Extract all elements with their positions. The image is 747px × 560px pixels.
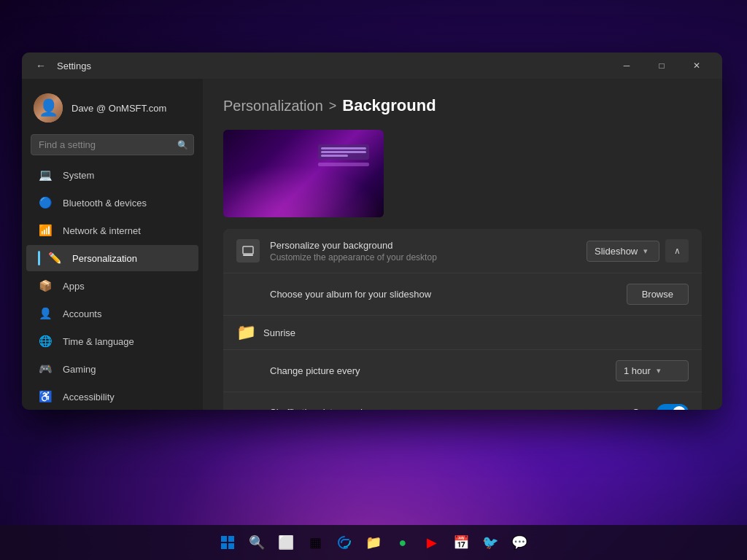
- sidebar-item-label: Time & language: [63, 336, 134, 347]
- breadcrumb-separator: >: [329, 98, 337, 114]
- background-mode-dropdown[interactable]: Slideshow ▾: [587, 241, 659, 262]
- sidebar-item-label: Bluetooth & devices: [63, 198, 147, 209]
- window-controls: ─ □ ✕: [610, 54, 713, 77]
- sidebar: 👤 Dave @ OnMSFT.com 🔍 💻 System 🔵 Bluetoo…: [22, 79, 203, 410]
- sidebar-item-system[interactable]: 💻 System: [26, 162, 198, 188]
- shuffle-toggle[interactable]: [657, 404, 689, 411]
- change-picture-label: Change picture every: [270, 365, 616, 376]
- sidebar-item-time[interactable]: 🌐 Time & language: [26, 328, 198, 354]
- teams-taskbar-icon[interactable]: 💬: [506, 529, 533, 556]
- accessibility-icon: ♿: [38, 389, 53, 404]
- twitter-taskbar-icon[interactable]: 🐦: [477, 529, 503, 556]
- sidebar-item-label: Apps: [63, 281, 85, 292]
- change-picture-row: Change picture every 1 hour ▾: [223, 350, 702, 392]
- youtube-taskbar-icon[interactable]: ▶: [419, 529, 445, 556]
- window-title: Settings: [57, 61, 91, 71]
- window-body: 👤 Dave @ OnMSFT.com 🔍 💻 System 🔵 Bluetoo…: [22, 79, 722, 410]
- sidebar-item-label: System: [63, 170, 94, 181]
- maximize-button[interactable]: □: [645, 54, 678, 77]
- gaming-icon: 🎮: [38, 362, 53, 376]
- sidebar-item-label: Personalization: [72, 253, 137, 264]
- folder-icon: 📁: [236, 323, 256, 342]
- back-button[interactable]: ←: [31, 55, 51, 76]
- change-picture-dropdown[interactable]: 1 hour ▾: [616, 360, 689, 381]
- background-mode-value: Slideshow: [595, 246, 638, 257]
- taskbar: 🔍 ⬜ ▦ 📁 ● ▶ 📅 🐦 💬: [0, 525, 747, 560]
- sidebar-item-label: Network & internet: [63, 225, 141, 236]
- background-mode-row: Personalize your background Customize th…: [223, 229, 702, 273]
- search-input[interactable]: [31, 134, 194, 155]
- background-mode-icon: [236, 239, 260, 262]
- album-label: Choose your album for your slideshow: [270, 289, 627, 300]
- widgets-taskbar-icon[interactable]: ▦: [302, 529, 328, 556]
- svg-rect-4: [221, 543, 227, 549]
- breadcrumb-current: Background: [342, 96, 436, 115]
- background-mode-label: Personalize your background: [270, 240, 587, 251]
- sidebar-item-network[interactable]: 📶 Network & internet: [26, 217, 198, 244]
- search-box: 🔍: [31, 134, 194, 155]
- main-content: Personalization > Background: [203, 79, 722, 410]
- settings-panel: Personalize your background Customize th…: [223, 229, 702, 410]
- bluetooth-icon: 🔵: [38, 195, 53, 210]
- sidebar-item-accounts[interactable]: 👤 Accounts: [26, 300, 198, 327]
- settings-window: ← Settings ─ □ ✕ 👤 Dave @ OnMSFT.com 🔍: [22, 52, 722, 410]
- shuffle-row: Shuffle the picture order On: [223, 392, 702, 410]
- svg-rect-5: [228, 543, 234, 549]
- system-icon: 💻: [38, 168, 53, 182]
- dropdown-chevron-icon: ▾: [657, 366, 661, 376]
- svg-rect-3: [228, 536, 234, 542]
- album-row: Choose your album for your slideshow Bro…: [223, 273, 702, 316]
- svg-rect-1: [243, 254, 253, 256]
- search-icon: 🔍: [177, 140, 188, 150]
- preview-mockup: [318, 144, 369, 166]
- network-icon: 📶: [38, 223, 53, 238]
- explorer-taskbar-icon[interactable]: 📁: [360, 529, 387, 556]
- sidebar-item-apps[interactable]: 📦 Apps: [26, 273, 198, 299]
- sidebar-item-personalization[interactable]: ✏️ Personalization: [26, 245, 198, 271]
- svg-rect-2: [221, 536, 227, 542]
- active-indicator: [38, 251, 40, 265]
- shuffle-label: Shuffle the picture order: [270, 407, 632, 410]
- sidebar-item-accessibility[interactable]: ♿ Accessibility: [26, 384, 198, 410]
- avatar: 👤: [34, 93, 63, 122]
- change-picture-value: 1 hour: [624, 365, 651, 376]
- folder-name: Sunrise: [263, 327, 295, 338]
- breadcrumb: Personalization > Background: [223, 96, 702, 115]
- accounts-icon: 👤: [38, 306, 53, 321]
- user-name: Dave @ OnMSFT.com: [71, 103, 166, 114]
- breadcrumb-parent[interactable]: Personalization: [223, 98, 323, 114]
- background-preview: [223, 130, 384, 217]
- edge-taskbar-icon[interactable]: [331, 529, 357, 556]
- sidebar-item-gaming[interactable]: 🎮 Gaming: [26, 356, 198, 382]
- close-button[interactable]: ✕: [680, 54, 713, 77]
- svg-rect-0: [243, 246, 253, 254]
- minimize-button[interactable]: ─: [610, 54, 643, 77]
- title-bar: ← Settings ─ □ ✕: [22, 52, 722, 79]
- sidebar-item-label: Accessibility: [63, 392, 115, 402]
- toggle-knob: [673, 406, 686, 411]
- sidebar-item-label: Gaming: [63, 364, 96, 375]
- sidebar-item-label: Accounts: [63, 308, 101, 319]
- background-mode-sublabel: Customize the appearance of your desktop: [270, 252, 587, 262]
- windows-taskbar-icon[interactable]: [214, 529, 241, 556]
- search-taskbar-icon[interactable]: 🔍: [244, 529, 270, 556]
- dropdown-chevron-icon: ▾: [643, 246, 648, 256]
- spotify-taskbar-icon[interactable]: ●: [390, 529, 416, 556]
- shuffle-state-label: On: [632, 407, 645, 410]
- apps-icon: 📦: [38, 279, 53, 293]
- taskview-taskbar-icon[interactable]: ⬜: [273, 529, 299, 556]
- user-profile: 👤 Dave @ OnMSFT.com: [22, 88, 203, 134]
- time-icon: 🌐: [38, 334, 53, 349]
- sidebar-item-bluetooth[interactable]: 🔵 Bluetooth & devices: [26, 190, 198, 216]
- personalization-icon: ✏️: [47, 251, 62, 265]
- expand-button[interactable]: ∧: [665, 239, 689, 262]
- browse-button[interactable]: Browse: [627, 284, 689, 305]
- calendar-taskbar-icon[interactable]: 📅: [448, 529, 474, 556]
- folder-row[interactable]: 📁 Sunrise: [223, 316, 702, 350]
